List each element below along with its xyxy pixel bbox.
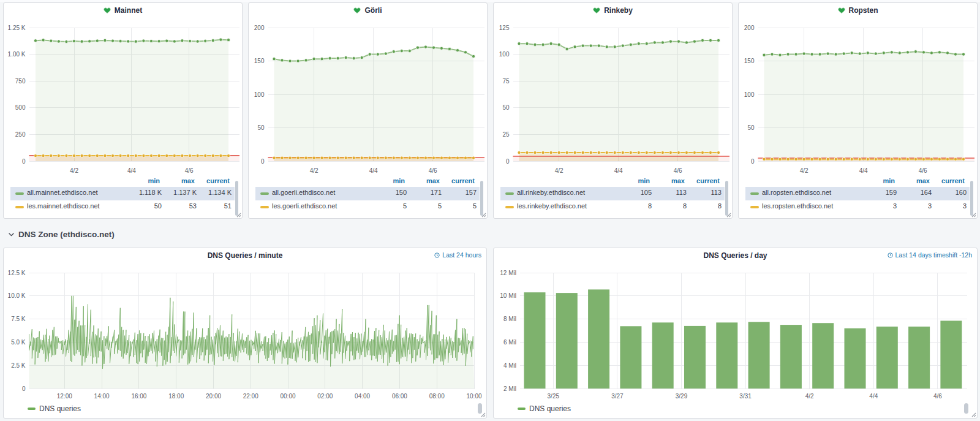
- svg-text:250: 250: [15, 131, 26, 138]
- svg-text:5.0 K: 5.0 K: [11, 339, 26, 346]
- svg-text:12:00: 12:00: [57, 393, 72, 400]
- svg-text:4/2: 4/2: [70, 167, 78, 174]
- svg-text:4 Mil: 4 Mil: [503, 362, 516, 369]
- svg-text:4/6: 4/6: [674, 167, 682, 174]
- svg-text:00:00: 00:00: [280, 393, 295, 400]
- svg-text:750: 750: [15, 78, 26, 85]
- svg-text:06:00: 06:00: [392, 393, 407, 400]
- svg-text:0: 0: [261, 158, 265, 165]
- svg-text:4/6: 4/6: [919, 167, 927, 174]
- svg-text:4/4: 4/4: [369, 167, 378, 174]
- svg-text:0: 0: [22, 385, 26, 392]
- svg-text:16:00: 16:00: [131, 393, 146, 400]
- svg-text:4/6: 4/6: [933, 393, 942, 400]
- svg-text:0: 0: [22, 158, 26, 165]
- svg-text:0: 0: [506, 158, 510, 165]
- svg-text:4/4: 4/4: [614, 167, 623, 174]
- svg-text:75: 75: [502, 78, 510, 85]
- svg-text:100: 100: [744, 91, 755, 98]
- svg-text:1.00 K: 1.00 K: [8, 51, 26, 58]
- svg-text:02:00: 02:00: [317, 393, 333, 400]
- svg-text:150: 150: [744, 58, 755, 64]
- svg-text:150: 150: [254, 58, 265, 64]
- svg-text:14:00: 14:00: [94, 393, 110, 400]
- svg-text:1.25 K: 1.25 K: [8, 25, 26, 31]
- svg-text:4/6: 4/6: [429, 167, 437, 174]
- svg-text:8 Mil: 8 Mil: [503, 316, 516, 322]
- svg-text:10.0 K: 10.0 K: [8, 292, 26, 299]
- svg-text:100: 100: [499, 51, 510, 58]
- svg-text:4/2: 4/2: [555, 167, 564, 174]
- svg-text:4/2: 4/2: [800, 167, 809, 174]
- svg-text:12 Mil: 12 Mil: [500, 270, 516, 276]
- svg-text:18:00: 18:00: [168, 393, 184, 400]
- svg-text:4/2: 4/2: [805, 393, 814, 400]
- svg-text:2.5 K: 2.5 K: [11, 362, 26, 369]
- svg-text:200: 200: [744, 25, 755, 31]
- svg-text:10 Mil: 10 Mil: [500, 292, 516, 299]
- svg-text:4/4: 4/4: [127, 167, 136, 174]
- svg-text:3/25: 3/25: [548, 393, 560, 400]
- svg-text:50: 50: [257, 124, 265, 131]
- svg-text:50: 50: [502, 104, 510, 111]
- svg-text:04:00: 04:00: [355, 393, 370, 400]
- svg-text:100: 100: [254, 91, 265, 98]
- svg-text:20:00: 20:00: [206, 393, 221, 400]
- svg-text:200: 200: [254, 25, 265, 31]
- svg-text:50: 50: [747, 124, 755, 131]
- svg-text:10:00: 10:00: [466, 393, 481, 400]
- svg-text:08:00: 08:00: [429, 393, 445, 400]
- svg-text:4/4: 4/4: [859, 167, 868, 174]
- svg-text:3/27: 3/27: [611, 393, 624, 400]
- svg-text:12.5 K: 12.5 K: [8, 270, 26, 276]
- svg-text:0: 0: [751, 158, 755, 165]
- svg-text:4/4: 4/4: [869, 393, 878, 400]
- svg-text:4/6: 4/6: [185, 167, 194, 174]
- svg-text:22:00: 22:00: [243, 393, 258, 400]
- svg-text:500: 500: [15, 104, 26, 111]
- svg-text:3/29: 3/29: [676, 393, 688, 400]
- svg-text:2 Mil: 2 Mil: [503, 385, 516, 392]
- svg-text:125: 125: [499, 25, 510, 31]
- svg-text:7.5 K: 7.5 K: [11, 316, 26, 322]
- svg-text:6 Mil: 6 Mil: [503, 339, 516, 346]
- svg-text:3/31: 3/31: [739, 393, 752, 400]
- svg-text:4/2: 4/2: [310, 167, 318, 174]
- svg-text:25: 25: [502, 131, 510, 138]
